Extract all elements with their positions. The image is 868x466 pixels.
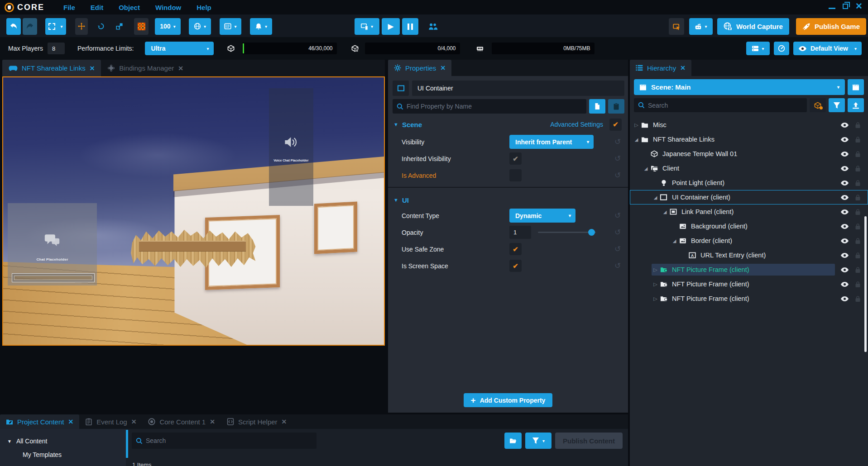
filter-button[interactable] — [829, 98, 845, 112]
hierarchy-row[interactable]: AURL Text Entry (client) — [630, 248, 868, 262]
scene-manager-button[interactable] — [848, 79, 864, 95]
menu-edit[interactable]: Edit — [91, 4, 103, 11]
play-button[interactable]: ▶ — [382, 18, 400, 35]
hierarchy-row[interactable]: ◢Border (client) — [630, 233, 868, 248]
tab-hierarchy[interactable]: Hierarchy ✕ — [630, 60, 691, 76]
performance-gauge-button[interactable] — [774, 42, 789, 55]
sidebar-item-my-templates[interactable]: My Templates — [0, 448, 126, 461]
performance-limits-dropdown[interactable]: Ultra ▾ — [145, 42, 214, 55]
advanced-settings-link[interactable]: Advanced Settings — [550, 121, 603, 128]
tab-nft-shareable-links[interactable]: NFT Shareable Links ✕ — [2, 60, 101, 76]
hierarchy-row[interactable]: ◢Client — [630, 161, 868, 176]
visibility-eye-icon[interactable] — [840, 122, 849, 128]
lock-icon[interactable] — [855, 151, 861, 157]
max-players-input[interactable] — [48, 43, 65, 54]
close-tab-icon[interactable]: ✕ — [440, 64, 446, 71]
expand-arrow-icon[interactable]: ◢ — [642, 166, 650, 171]
lock-icon[interactable] — [855, 209, 861, 215]
visibility-eye-icon[interactable] — [840, 209, 849, 215]
restore-icon[interactable] — [843, 4, 848, 9]
lock-icon[interactable] — [855, 281, 861, 288]
tab-core-content[interactable]: Core Content 1 ✕ — [142, 414, 221, 429]
visibility-dropdown[interactable]: Inherit from Parent ▾ — [509, 135, 594, 149]
close-tab-icon[interactable]: ✕ — [282, 418, 287, 425]
expand-arrow-icon[interactable]: ▷ — [652, 267, 659, 273]
export-button[interactable] — [848, 98, 864, 112]
grid-snap-button[interactable] — [134, 18, 149, 35]
world-settings-dropdown[interactable]: ▾ — [189, 18, 211, 35]
sidebar-divider[interactable] — [126, 430, 128, 458]
tab-script-helper[interactable]: Script Helper ✕ — [221, 414, 293, 429]
open-folder-button[interactable] — [504, 433, 522, 449]
lock-icon[interactable] — [855, 165, 861, 172]
hierarchy-row[interactable]: ◢Link Panel (client) — [630, 204, 868, 219]
lock-icon[interactable] — [855, 194, 861, 201]
hierarchy-row[interactable]: ▷NFT Picture Frame (client) — [630, 291, 868, 306]
visibility-eye-icon[interactable] — [840, 223, 849, 229]
scene-viewport[interactable]: Chat Placeholder Voice Chat Placeholder — [2, 76, 385, 346]
object-name-input[interactable] — [412, 81, 624, 96]
close-tab-icon[interactable]: ✕ — [210, 418, 215, 425]
use-safe-zone-checkbox[interactable]: ✔ — [509, 243, 522, 255]
reset-icon[interactable]: ↻ — [613, 211, 623, 220]
scene-section-header[interactable]: ▼ Scene Advanced Settings ✔ — [388, 115, 628, 133]
expand-arrow-icon[interactable]: ▷ — [652, 281, 659, 287]
device-preview-dropdown[interactable]: ▾ — [355, 18, 379, 35]
content-search-input[interactable] — [146, 437, 317, 444]
opacity-value[interactable]: 1 — [509, 226, 531, 239]
advanced-settings-checkbox[interactable]: ✔ — [609, 119, 622, 131]
visibility-eye-icon[interactable] — [840, 252, 849, 258]
pause-button[interactable] — [402, 18, 418, 35]
visibility-eye-icon[interactable] — [840, 166, 849, 171]
is-screen-space-checkbox[interactable]: ✔ — [509, 260, 522, 272]
reset-icon[interactable]: ↻ — [613, 137, 623, 147]
expand-arrow-icon[interactable]: ◢ — [671, 238, 678, 243]
expand-arrow-icon[interactable]: ◢ — [661, 209, 669, 214]
add-custom-property-button[interactable]: + Add Custom Property — [464, 393, 553, 407]
close-tab-icon[interactable]: ✕ — [90, 65, 95, 72]
content-type-dropdown[interactable]: Dynamic ▾ — [509, 209, 575, 223]
publish-content-button[interactable]: Publish Content — [555, 433, 623, 449]
scrollbar[interactable] — [864, 216, 867, 352]
tab-bindings-manager[interactable]: Bindings Manager ✕ — [101, 60, 190, 76]
rotate-tool-button[interactable] — [95, 18, 107, 35]
reset-icon[interactable]: ↻ — [613, 261, 623, 271]
lock-icon[interactable] — [855, 295, 861, 302]
tab-project-content[interactable]: Project Content ✕ — [0, 414, 79, 429]
expand-arrow-icon[interactable]: ▷ — [633, 122, 640, 128]
hierarchy-row[interactable]: Background (client) — [630, 219, 868, 233]
visibility-eye-icon[interactable] — [840, 195, 849, 200]
hierarchy-row[interactable]: Point Light (client) — [630, 176, 868, 190]
menu-file[interactable]: File — [63, 4, 75, 11]
hierarchy-row[interactable]: ◢NFT Shareable Links — [630, 132, 868, 147]
scale-tool-button[interactable] — [114, 18, 125, 35]
hierarchy-row[interactable]: Japanese Temple Wall 01 — [630, 147, 868, 161]
default-view-dropdown[interactable]: Default View ▾ — [793, 42, 862, 55]
hierarchy-search-input[interactable] — [648, 102, 807, 109]
visibility-eye-icon[interactable] — [840, 281, 849, 287]
close-tab-icon[interactable]: ✕ — [68, 418, 73, 425]
editor-mode-dropdown[interactable]: ▾ — [220, 18, 241, 35]
close-tab-icon[interactable]: ✕ — [680, 64, 686, 71]
visibility-eye-icon[interactable] — [840, 180, 849, 186]
layout-dropdown[interactable]: ▾ — [746, 42, 770, 55]
publish-game-button[interactable]: Publish Game — [796, 18, 866, 35]
deinstance-button[interactable] — [810, 98, 826, 112]
reset-icon[interactable]: ↻ — [613, 244, 623, 254]
reset-icon[interactable]: ↻ — [613, 228, 623, 237]
tab-properties[interactable]: Properties ✕ — [388, 60, 451, 76]
close-tab-icon[interactable]: ✕ — [131, 418, 137, 425]
lock-icon[interactable] — [855, 252, 861, 259]
hierarchy-row[interactable]: ▷NFT Picture Frame (client) — [630, 262, 868, 277]
paste-properties-button[interactable] — [608, 99, 624, 114]
tab-event-log[interactable]: Event Log ✕ — [79, 414, 142, 429]
visibility-eye-icon[interactable] — [840, 267, 849, 273]
menu-help[interactable]: Help — [197, 4, 211, 11]
is-advanced-checkbox[interactable]: ✔ — [509, 169, 522, 181]
lock-icon[interactable] — [855, 136, 861, 143]
capture-bot-dropdown[interactable]: ▾ — [689, 18, 713, 35]
expand-arrow-icon[interactable]: ◢ — [652, 195, 659, 200]
scene-selector-dropdown[interactable]: Scene: Main ▾ — [634, 79, 845, 95]
inherited-visibility-checkbox[interactable]: ✔ — [509, 152, 522, 165]
snap-size-dropdown[interactable]: 100▾ — [155, 18, 181, 35]
